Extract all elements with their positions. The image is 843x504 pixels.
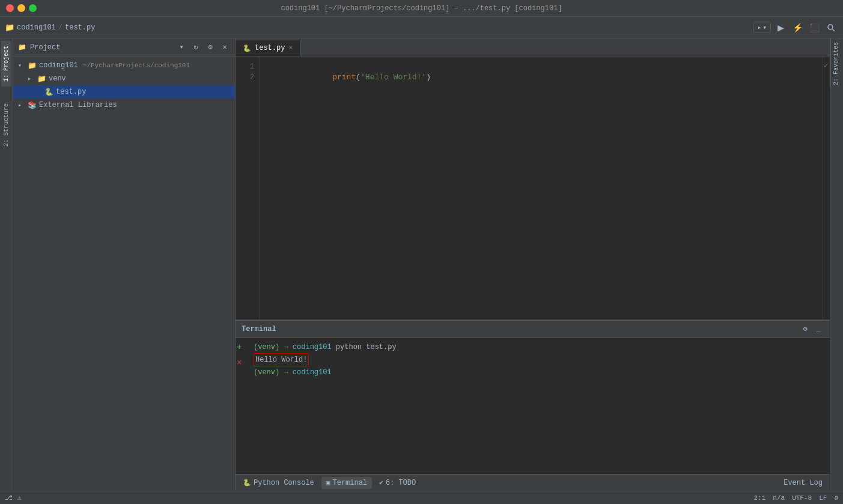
tree-label-venv: venv <box>49 74 66 83</box>
window-controls <box>6 4 37 12</box>
sidebar-tabs: 1: Project 2: Structure <box>0 38 13 491</box>
breadcrumb-separator: / <box>58 23 62 32</box>
panel-dropdown-icon[interactable]: ▾ <box>176 42 187 53</box>
editor-content: 1 2 print('Hello World!') ✓ <box>236 56 830 320</box>
svg-point-0 <box>828 25 833 29</box>
terminal-output-hello: Hello World! <box>254 353 309 366</box>
close-button[interactable] <box>6 4 14 12</box>
bottom-tabs-bar: 🐍 Python Console ▣ Terminal ✔ 6: TODO Ev… <box>236 474 830 491</box>
tree-label-root: coding101 <box>39 61 78 70</box>
tree-item-testpy[interactable]: ▸ 🐍 test.py <box>13 85 235 99</box>
python-console-label: Python Console <box>254 479 314 487</box>
tree-folder-icon-venv: 📁 <box>37 74 46 83</box>
breadcrumb-file[interactable]: test.py <box>65 23 95 32</box>
bottom-tab-event-log[interactable]: Event Log <box>779 477 827 489</box>
editor-area: 🐍 test.py × 1 2 print('Hello World!') <box>236 38 830 320</box>
bottom-tab-python-console[interactable]: 🐍 Python Console <box>238 477 319 489</box>
bottom-tab-todo[interactable]: ✔ 6: TODO <box>374 477 421 489</box>
tree-arrow-venv: ▸ <box>28 75 35 82</box>
top-toolbar: 📁 coding101 / test.py ▸ ▾ ▶ ⚡ ⬛ <box>0 17 843 38</box>
code-area[interactable]: print('Hello World!') <box>260 56 823 320</box>
favorites-sidebar-item[interactable]: 2: Favorites <box>830 38 843 89</box>
panel-gear-icon[interactable]: ⚙ <box>800 324 811 335</box>
toolbar-right: ▸ ▾ ▶ ⚡ ⬛ <box>753 20 838 35</box>
tree-extlibs-icon: 📚 <box>28 101 37 110</box>
terminal-content[interactable]: + × (venv) → coding101 python test.py <box>236 338 830 474</box>
project-tree: ▾ 📁 coding101 ~/PycharmProjects/coding10… <box>13 56 235 491</box>
status-bar-right: 2:1 n/a UTF-8 LF ⚙ <box>754 494 838 502</box>
tree-item-venv[interactable]: ▸ 📁 venv <box>13 72 235 85</box>
terminal-line-3: (venv) → coding101 <box>254 366 824 378</box>
editor-with-sidebar: 🐍 test.py × 1 2 print('Hello World!') <box>236 38 830 491</box>
tree-item-root[interactable]: ▾ 📁 coding101 ~/PycharmProjects/coding10… <box>13 59 235 72</box>
bottom-tab-terminal[interactable]: ▣ Terminal <box>321 477 372 489</box>
terminal-dir-3: coding101 <box>293 366 332 378</box>
run-button[interactable]: ▶ <box>773 20 788 35</box>
right-sidebar: 2: Favorites <box>830 38 843 491</box>
maximize-button[interactable] <box>29 4 37 12</box>
code-line-1: print('Hello World!') <box>267 61 815 72</box>
panel-settings-icon[interactable]: ⚙ <box>205 42 216 53</box>
bottom-panel: Terminal ⚙ _ + × (venv) <box>236 320 830 491</box>
remove-terminal-icon[interactable]: × <box>237 357 242 369</box>
status-encoding: UTF-8 <box>792 494 812 502</box>
tree-arrow-extlibs: ▸ <box>18 102 25 109</box>
sidebar-item-structure[interactable]: 2: Structure <box>1 99 11 151</box>
chevron-down-icon: ▾ <box>762 23 767 31</box>
tree-path-root: ~/PycharmProjects/coding101 <box>83 62 190 69</box>
tab-close-testpy[interactable]: × <box>288 44 293 52</box>
event-log-label: Event Log <box>784 479 823 487</box>
add-terminal-icon[interactable]: + <box>237 341 242 353</box>
code-string: 'Hello World!' <box>361 73 426 82</box>
tree-label-testpy: test.py <box>56 88 86 96</box>
status-warnings-icon: ⚠ <box>17 494 22 502</box>
terminal-side-icons: + × <box>237 341 242 369</box>
terminal-icon: ▣ <box>326 479 330 487</box>
breadcrumb-project[interactable]: coding101 <box>17 23 56 32</box>
terminal-label: Terminal <box>332 479 367 487</box>
terminal-prompt-venv-3: (venv) <box>254 366 279 378</box>
search-button[interactable] <box>824 20 838 35</box>
python-console-icon: 🐍 <box>243 479 251 487</box>
status-settings-icon[interactable]: ⚙ <box>834 494 838 502</box>
line-numbers: 1 2 <box>236 56 260 320</box>
editor-tabs: 🐍 test.py × <box>236 38 830 56</box>
tab-py-icon: 🐍 <box>243 44 251 52</box>
tree-item-extlibs[interactable]: ▸ 📚 External Libraries <box>13 99 235 112</box>
todo-label: 6: TODO <box>386 479 416 487</box>
tree-label-extlibs: External Libraries <box>39 101 117 109</box>
panel-sync-icon[interactable]: ↻ <box>190 42 201 53</box>
tree-arrow-root: ▾ <box>18 62 25 69</box>
debug-button[interactable]: ⚡ <box>790 20 805 35</box>
editor-right-bar: ✓ <box>823 56 830 320</box>
line-num-2: 2 <box>236 72 254 83</box>
terminal-arrow-1: → <box>284 341 288 353</box>
sidebar-item-project[interactable]: 1: Project <box>1 41 11 87</box>
terminal-panel-title: Terminal <box>242 325 276 333</box>
run-config-dropdown[interactable]: ▸ ▾ <box>753 22 771 33</box>
tree-py-icon-testpy: 🐍 <box>44 88 53 97</box>
status-na: n/a <box>773 494 785 502</box>
stop-button[interactable]: ⬛ <box>807 20 821 35</box>
terminal-line-1: (venv) → coding101 python test.py <box>254 341 824 353</box>
editor-tab-testpy[interactable]: 🐍 test.py × <box>236 40 300 56</box>
minimize-button[interactable] <box>17 4 25 12</box>
breadcrumb-folder-icon: 📁 <box>5 23 14 32</box>
todo-icon: ✔ <box>379 479 383 487</box>
main-area: 1: Project 2: Structure 📁 Project ▾ ↻ ⚙ … <box>0 38 843 491</box>
project-panel: 📁 Project ▾ ↻ ⚙ ✕ ▾ 📁 coding101 ~/Pychar… <box>13 38 236 491</box>
panel-close-icon[interactable]: ✕ <box>219 42 230 53</box>
svg-line-1 <box>833 29 835 31</box>
status-bar: ⎇ ⚠ 2:1 n/a UTF-8 LF ⚙ <box>0 491 843 504</box>
tab-label-testpy: test.py <box>255 44 285 52</box>
checkmark-icon: ✓ <box>824 61 828 70</box>
code-keyword-print: print <box>332 73 356 82</box>
terminal-prompt-venv-1: (venv) <box>254 341 279 353</box>
titlebar: coding101 [~/PycharmProjects/coding101] … <box>0 0 843 17</box>
terminal-cmd-1: python test.py <box>332 341 397 353</box>
terminal-arrow-3: → <box>284 366 288 378</box>
tree-folder-icon-root: 📁 <box>28 61 37 70</box>
panel-minimize-icon[interactable]: _ <box>813 324 824 335</box>
terminal-line-2: Hello World! <box>254 353 824 366</box>
terminal-dir-1: coding101 <box>293 341 332 353</box>
